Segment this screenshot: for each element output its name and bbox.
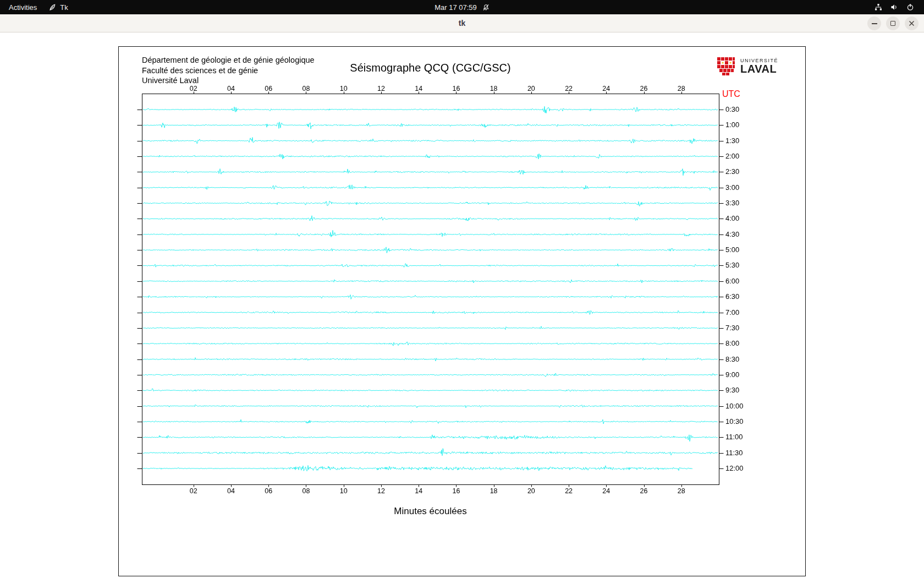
x-tick-label: 04 — [227, 487, 235, 495]
logo-line-laval: LAVAL — [740, 63, 778, 75]
logo-line-universite: UNIVERSITÉ — [740, 58, 778, 63]
network-icon — [875, 3, 882, 11]
x-tick-label: 24 — [602, 85, 610, 92]
window-title: tk — [459, 19, 465, 28]
x-tick-label: 26 — [640, 85, 648, 92]
x-tick-label: 22 — [565, 85, 573, 92]
x-tick-label: 28 — [678, 487, 685, 495]
window-controls — [867, 17, 919, 30]
x-axis-title: Minutes écoulées — [142, 506, 719, 517]
window-content: Département de géologie et de génie géol… — [0, 32, 924, 578]
window-titlebar[interactable]: tk — [0, 14, 924, 32]
power-icon — [906, 3, 914, 11]
maximize-button[interactable] — [886, 17, 900, 30]
system-status-area[interactable] — [875, 0, 924, 14]
x-tick-label: 20 — [527, 487, 535, 495]
clock-label: Mar 17 07:59 — [435, 3, 477, 12]
seismograph-panel: Département de géologie et de génie géol… — [118, 46, 806, 576]
x-tick-label: 28 — [678, 85, 685, 92]
x-tick-label: 14 — [415, 85, 422, 92]
x-tick-label: 04 — [227, 85, 235, 92]
laval-logo: UNIVERSITÉ LAVAL — [716, 56, 778, 76]
maximize-icon — [890, 21, 895, 26]
tk-feather-icon — [49, 4, 56, 11]
gnome-top-bar: Activities Tk Mar 17 07:59 — [0, 0, 924, 14]
minimize-icon — [872, 23, 877, 24]
x-tick-label: 20 — [527, 85, 535, 92]
x-tick-label: 16 — [452, 85, 460, 92]
x-tick-label: 02 — [190, 487, 197, 495]
activities-label: Activities — [9, 3, 37, 12]
x-tick-label: 10 — [340, 487, 348, 495]
close-icon — [909, 20, 915, 26]
app-indicator[interactable]: Tk — [49, 3, 68, 12]
app-indicator-label: Tk — [60, 3, 68, 12]
x-tick-label: 24 — [602, 487, 610, 495]
notifications-disabled-icon — [482, 4, 490, 11]
x-tick-label: 18 — [490, 487, 498, 495]
x-tick-label: 12 — [377, 487, 385, 495]
x-tick-label: 12 — [377, 85, 385, 92]
x-tick-label: 08 — [302, 85, 310, 92]
seismogram-canvas — [119, 47, 805, 576]
desktop: Activities Tk Mar 17 07:59 — [0, 0, 924, 578]
activities-button[interactable]: Activities — [9, 3, 37, 12]
x-tick-label: 08 — [302, 487, 310, 495]
x-tick-label: 26 — [640, 487, 648, 495]
clock-button[interactable]: Mar 17 07:59 — [435, 0, 490, 14]
x-tick-label: 18 — [490, 85, 498, 92]
x-tick-label: 06 — [265, 85, 272, 92]
close-button[interactable] — [905, 17, 919, 30]
x-tick-label: 02 — [190, 85, 197, 92]
x-tick-label: 16 — [452, 487, 460, 495]
x-tick-label: 14 — [415, 487, 422, 495]
x-axis-top-labels: 0204060810121416182022242628 — [119, 85, 805, 92]
volume-icon — [890, 3, 898, 11]
institution-line: Université Laval — [142, 75, 315, 86]
x-tick-label: 10 — [340, 85, 348, 92]
chart-title: Séismographe QCQ (CGC/GSC) — [142, 62, 719, 74]
x-tick-label: 22 — [565, 487, 573, 495]
minimize-button[interactable] — [867, 17, 881, 30]
laval-shield-icon — [716, 56, 736, 76]
x-tick-label: 06 — [265, 487, 272, 495]
x-axis-bottom-labels: 0204060810121416182022242628 — [119, 487, 805, 495]
